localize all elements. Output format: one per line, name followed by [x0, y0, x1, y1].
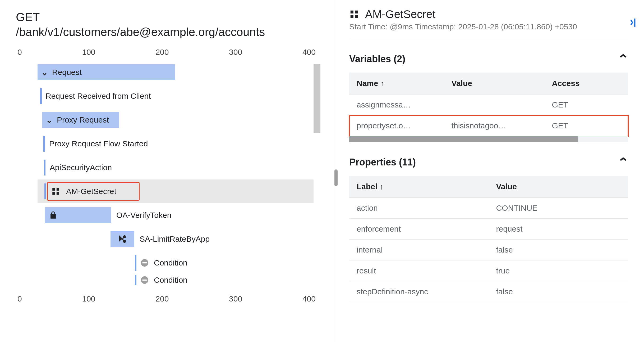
- details-panel: AM-GetSecret Start Time: @9ms Timestamp:…: [336, 0, 644, 342]
- timeline-ruler-top: 0 100 200 300 400: [16, 48, 325, 57]
- col-label[interactable]: Label ↑: [349, 176, 489, 198]
- timeline-ruler-bottom: 0 100 200 300 400: [16, 294, 325, 303]
- cell-name: assignmessa…: [349, 94, 444, 115]
- cell-value: CONTINUE: [489, 198, 628, 219]
- chevron-right-icon: ›: [630, 16, 633, 28]
- lock-icon: [49, 211, 58, 220]
- row-label: Request: [52, 68, 82, 77]
- tick: 0: [17, 48, 22, 57]
- variables-table: Name ↑ Value Access assignmessa… GET pro…: [349, 73, 628, 136]
- cell-label: enforcement: [349, 219, 489, 240]
- row-label: Request Received from Client: [45, 92, 151, 101]
- variables-row-highlighted[interactable]: propertyset.o… thisisnotagoo… GET: [349, 115, 628, 136]
- timeline-row-condition-2[interactable]: Condition: [38, 275, 314, 285]
- sort-asc-icon: ↑: [380, 79, 384, 88]
- details-subtitle: Start Time: @9ms Timestamp: 2025-01-28 (…: [349, 22, 628, 31]
- variables-row[interactable]: assignmessa… GET: [349, 94, 628, 115]
- svg-rect-0: [52, 188, 55, 191]
- chevron-down-icon: ⌄: [46, 115, 53, 125]
- svg-rect-11: [351, 11, 353, 14]
- col-label: Name: [357, 79, 378, 88]
- cell-name: propertyset.o…: [349, 115, 444, 136]
- timeline-row-proxy-request[interactable]: ⌄ Proxy Request: [38, 108, 314, 132]
- variables-horizontal-scrollbar[interactable]: [349, 136, 628, 142]
- row-label: Condition: [154, 258, 187, 267]
- trace-timeline-panel: GET /bank/v1/customers/abe@example.org/a…: [0, 0, 336, 342]
- timeline-row-sa-limitratebyapp[interactable]: SA-LimitRateByApp: [38, 227, 314, 251]
- policy-grid-icon: [51, 187, 60, 196]
- properties-row[interactable]: enforcementrequest: [349, 219, 628, 240]
- svg-rect-2: [52, 192, 55, 195]
- timeline-row-request[interactable]: ⌄ Request: [38, 60, 314, 84]
- cell-value: thisisnotagoo…: [444, 115, 545, 136]
- timeline-row-request-received[interactable]: Request Received from Client: [38, 84, 314, 108]
- cell-value: true: [489, 260, 628, 281]
- timeline-row-am-getsecret[interactable]: AM-GetSecret: [38, 179, 314, 203]
- split-icon: [118, 235, 127, 244]
- request-path: /bank/v1/customers/abe@example.org/accou…: [16, 25, 325, 39]
- row-label: SA-LimitRateByApp: [140, 235, 210, 244]
- tick: 100: [82, 48, 95, 57]
- tick: 300: [229, 294, 242, 303]
- svg-rect-13: [351, 15, 353, 18]
- svg-rect-12: [355, 11, 358, 14]
- row-label: Proxy Request Flow Started: [49, 139, 148, 148]
- timeline-vertical-scrollbar[interactable]: [314, 64, 320, 294]
- col-label-text: Label: [357, 182, 377, 191]
- properties-row[interactable]: actionCONTINUE: [349, 198, 628, 219]
- cell-value: request: [489, 219, 628, 240]
- cell-label: action: [349, 198, 489, 219]
- tick: 100: [82, 294, 95, 303]
- row-label: AM-GetSecret: [66, 187, 116, 196]
- cell-access: GET: [544, 94, 628, 115]
- cell-value: false: [489, 281, 628, 302]
- policy-grid-icon: [349, 9, 359, 19]
- timeline-row-oa-verifytoken[interactable]: OA-VerifyToken: [38, 203, 314, 227]
- col-name[interactable]: Name ↑: [349, 73, 444, 94]
- row-label: Condition: [154, 276, 187, 285]
- timeline-row-proxy-flow-started[interactable]: Proxy Request Flow Started: [38, 132, 314, 156]
- properties-row[interactable]: resulttrue: [349, 260, 628, 281]
- timeline-row-condition-1[interactable]: Condition: [38, 251, 314, 275]
- row-label: OA-VerifyToken: [116, 211, 171, 220]
- row-label: ApiSecurityAction: [50, 163, 112, 172]
- minus-circle-icon: [140, 276, 149, 285]
- col-value[interactable]: Value: [444, 73, 545, 94]
- row-label: Proxy Request: [57, 115, 109, 124]
- minus-circle-icon: [140, 258, 149, 267]
- collapse-panel-button[interactable]: ›|: [630, 16, 636, 28]
- properties-table: Label ↑ Value actionCONTINUE enforcement…: [349, 176, 628, 302]
- panel-resize-handle[interactable]: [334, 169, 338, 186]
- cell-value: false: [489, 240, 628, 260]
- properties-row[interactable]: stepDefinition-asyncfalse: [349, 281, 628, 302]
- svg-rect-10: [142, 280, 147, 281]
- cell-value: [444, 94, 545, 115]
- timeline-row-apisecurityaction[interactable]: ApiSecurityAction: [38, 156, 314, 179]
- tick: 400: [302, 48, 316, 57]
- tick: 200: [155, 294, 169, 303]
- cell-label: stepDefinition-async: [349, 281, 489, 302]
- svg-rect-8: [142, 262, 147, 263]
- chevron-down-icon: ⌄: [41, 68, 48, 77]
- pipe-icon: |: [633, 17, 636, 27]
- request-method: GET: [16, 11, 325, 24]
- svg-rect-14: [355, 15, 358, 18]
- tick: 200: [155, 48, 169, 57]
- svg-rect-3: [57, 192, 59, 195]
- cell-label: internal: [349, 240, 489, 260]
- tick: 400: [302, 294, 316, 303]
- cell-label: result: [349, 260, 489, 281]
- tick: 0: [17, 294, 22, 303]
- timeline-chart: 0 100 200 300 400 ⌄ Request Request Rece…: [16, 48, 325, 303]
- details-title: AM-GetSecret: [365, 8, 435, 21]
- chevron-up-icon[interactable]: ⌃: [617, 52, 629, 66]
- cell-access: GET: [544, 115, 628, 136]
- col-value[interactable]: Value: [489, 176, 628, 198]
- properties-section-title: Properties (11): [349, 157, 416, 168]
- col-access[interactable]: Access: [544, 73, 628, 94]
- sort-asc-icon: ↑: [380, 183, 383, 191]
- variables-section-title: Variables (2): [349, 53, 405, 65]
- properties-row[interactable]: internalfalse: [349, 240, 628, 260]
- tick: 300: [229, 48, 242, 57]
- chevron-up-icon[interactable]: ⌃: [617, 155, 629, 169]
